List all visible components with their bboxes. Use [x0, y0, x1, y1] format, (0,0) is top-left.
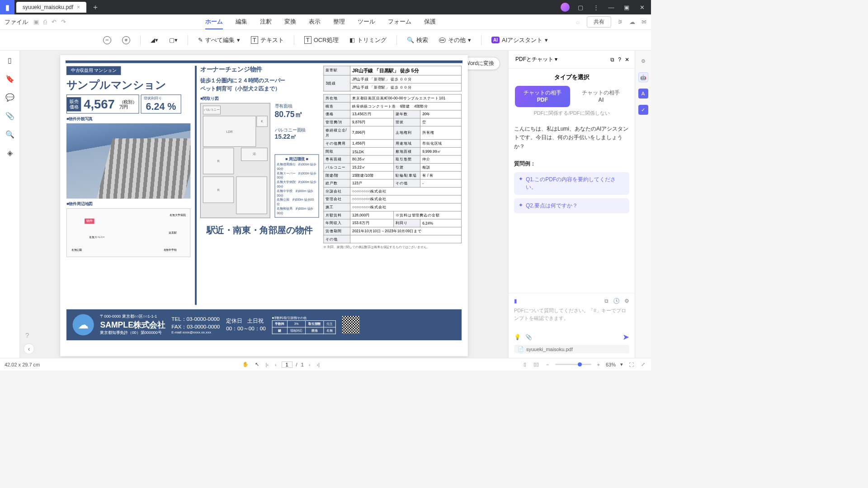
file-menu[interactable]: ファイル	[5, 18, 28, 26]
company-footer: ☁ 〒000-0000 東京都○○区○○1-1-1 SAMPLE株式会社 東京都…	[66, 310, 462, 341]
lightbulb-input-icon[interactable]: 💡	[514, 334, 521, 340]
first-page-icon[interactable]: |‹	[264, 362, 270, 367]
search-nav-icon[interactable]: 🔍	[5, 130, 14, 139]
attached-file[interactable]: 📄 syuueki_maisoku.pdf	[514, 345, 629, 353]
layers-icon[interactable]: ◈	[7, 149, 13, 157]
other-tool[interactable]: ••• その他▾	[435, 34, 475, 46]
document-canvas[interactable]: W PDFをWordに変換 ? ‹ 中古収益用 マンション サンプルマンション …	[20, 51, 508, 358]
mode-pdf[interactable]: チャットの相手PDF	[515, 86, 570, 107]
edit-all-tool[interactable]: ✎ すべて編集▾	[194, 34, 244, 46]
zoom-value: 63%	[606, 362, 616, 367]
headline: オーナーチェンジ物件	[200, 66, 319, 74]
tab-view[interactable]: 表示	[309, 15, 321, 29]
zoom-out-button[interactable]: −	[99, 34, 115, 46]
area-value: 80.75㎡	[275, 109, 319, 120]
tab-form[interactable]: フォーム	[388, 15, 411, 29]
thumbnail-icon[interactable]: ▯	[8, 56, 12, 65]
redo-icon[interactable]: ↷	[61, 19, 66, 25]
maximize-icon[interactable]: ▣	[622, 4, 631, 11]
history-icon[interactable]: 🕓	[613, 298, 620, 304]
tab-tools[interactable]: ツール	[358, 15, 375, 29]
chat-icon[interactable]: ▢	[576, 4, 585, 11]
search-tool[interactable]: 🔍 検索	[403, 34, 432, 46]
chat-input[interactable]: PDFについて質問してください。「#」キーでプロンプトを確認できます。	[514, 307, 629, 329]
ai-greeting: こんにちは、私はLumi、あなたのAIアシスタントです。今日は、何のお手伝いをし…	[514, 125, 629, 151]
rail-ai-icon[interactable]: 🤖	[638, 72, 648, 82]
rail-settings-icon[interactable]: ⚙	[638, 56, 648, 66]
zoom-in-status-icon[interactable]: +	[596, 362, 601, 367]
panel-help-icon[interactable]: ?	[618, 56, 621, 63]
menubar: ファイル ▣ ⎙ ↶ ↷ ホーム 編集 注釈 変換 表示 整理 ツール フォーム…	[0, 14, 651, 30]
zoom-slider[interactable]	[555, 364, 591, 365]
disclaimer: ※ 利回、家賃に関しての表記数字は将来を保証するものではございません。	[323, 245, 462, 249]
ai-input-icon[interactable]: ▮	[514, 298, 517, 304]
highlight-tool[interactable]: ◢▾	[147, 35, 162, 45]
tab-edit[interactable]: 編集	[236, 15, 247, 29]
zoom-in-button[interactable]: +	[118, 34, 134, 46]
fullscreen-icon[interactable]: ⤢	[640, 361, 646, 367]
lightbulb-icon[interactable]: ☼	[575, 19, 580, 25]
panel-selector[interactable]: PDFとチャット ▾	[514, 54, 607, 65]
cloud-upload-icon[interactable]: ☁	[629, 19, 635, 25]
continuous-icon[interactable]: ▯▯	[532, 361, 540, 367]
tab-protect[interactable]: 保護	[424, 15, 436, 29]
kebab-icon[interactable]: ⋮	[591, 4, 600, 11]
qr-code	[342, 316, 359, 333]
external-icon[interactable]: ⧉	[610, 56, 614, 63]
sitemap-icon[interactable]: ⚞	[618, 19, 623, 25]
yield-value: 6.24 %	[144, 101, 178, 112]
fit-page-icon[interactable]: ⛶	[627, 362, 635, 367]
minimize-icon[interactable]: —	[607, 4, 616, 11]
next-page-icon[interactable]: ›	[307, 362, 312, 367]
open-icon[interactable]: ▣	[33, 19, 39, 25]
property-photo	[66, 123, 190, 199]
tab-filename: syuueki_maisoku.pdf	[23, 4, 73, 10]
single-page-icon[interactable]: ▯	[522, 361, 528, 367]
page-input[interactable]	[282, 361, 292, 368]
attach-input-icon[interactable]: 📎	[525, 334, 532, 340]
scroll-back-button[interactable]: ‹	[24, 343, 34, 354]
panel-close-icon[interactable]: ✕	[625, 56, 629, 63]
close-window-icon[interactable]: ✕	[637, 4, 646, 11]
copy-icon[interactable]: ⧉	[604, 298, 609, 304]
comment-icon[interactable]: 💬	[5, 93, 14, 102]
select-tool-icon[interactable]: ↖	[254, 361, 260, 367]
tab-convert[interactable]: 変換	[284, 15, 296, 29]
send-icon[interactable]: ➤	[623, 332, 629, 342]
prev-page-icon[interactable]: ‹	[274, 362, 278, 367]
last-page-icon[interactable]: ›|	[315, 362, 321, 367]
titlebar: ▮ syuueki_maisoku.pdf × ＋ ▢ ⋮ — ▣ ✕	[0, 0, 651, 14]
text-tool[interactable]: T テキスト	[247, 34, 288, 46]
shape-tool[interactable]: ▢▾	[165, 35, 181, 45]
rail-translate-icon[interactable]: A	[638, 89, 648, 99]
example-q2[interactable]: ✦Q2.要点は何ですか？	[514, 198, 629, 213]
hand-tool-icon[interactable]: ✋	[241, 361, 250, 367]
rail-check-icon[interactable]: ✓	[638, 105, 648, 115]
bookmark-icon[interactable]: 🔖	[5, 75, 14, 83]
share-button[interactable]: 共有	[587, 16, 611, 28]
sublines: 徒歩１分圏内に２４時間のスーパー ペット飼育可（小型犬２匹まで）	[200, 76, 319, 94]
zoom-out-status-icon[interactable]: −	[545, 362, 550, 367]
right-rail: ⚙ 🤖 A ✓	[635, 51, 651, 358]
attachment-icon[interactable]: 📎	[5, 112, 14, 120]
panel-subtitle: PDFに関係する/PDFに関係しない	[509, 107, 635, 119]
undo-icon[interactable]: ↶	[52, 19, 57, 25]
example-q1[interactable]: ✦Q1.このPDFの内容を要約してください。	[514, 172, 629, 195]
page-dimensions: 42.02 x 29.7 cm	[5, 362, 40, 367]
tab-home[interactable]: ホーム	[205, 15, 223, 29]
station-table: 最寄駅JR山手線 「目黒駅」 徒歩 5分 3路線JR山手線 「新宿駅」 徒歩 ０…	[323, 66, 462, 92]
close-icon[interactable]: ×	[77, 4, 80, 10]
help-icon[interactable]: ?	[25, 331, 29, 339]
document-tab[interactable]: syuueki_maisoku.pdf ×	[16, 2, 86, 13]
ai-assistant-tool[interactable]: AI AIアシスタント▾	[488, 34, 552, 46]
settings-icon[interactable]: ⚙	[624, 298, 629, 304]
new-tab-button[interactable]: ＋	[86, 3, 104, 12]
ocr-tool[interactable]: T OCR処理	[301, 34, 342, 46]
user-avatar[interactable]	[561, 3, 570, 12]
print-icon[interactable]: ⎙	[43, 19, 47, 25]
trim-tool[interactable]: ◧ トリミング	[346, 34, 390, 46]
mode-ai[interactable]: チャットの相手AI	[574, 86, 629, 107]
tab-annotate[interactable]: 注釈	[260, 15, 272, 29]
mail-icon[interactable]: ✉	[642, 19, 646, 25]
tab-organize[interactable]: 整理	[333, 15, 345, 29]
